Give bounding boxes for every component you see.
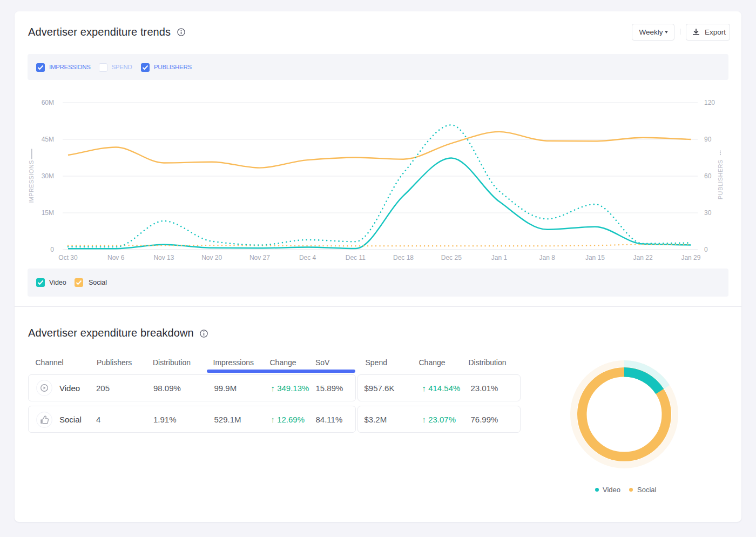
svg-text:PUBLISHERS: PUBLISHERS bbox=[717, 159, 724, 199]
svg-text:120: 120 bbox=[704, 99, 715, 106]
svg-text:Dec 25: Dec 25 bbox=[441, 254, 462, 261]
svg-text:Nov 20: Nov 20 bbox=[201, 254, 222, 261]
svg-text:Dec 4: Dec 4 bbox=[299, 254, 316, 261]
svg-text:Jan 29: Jan 29 bbox=[681, 254, 700, 261]
svg-text:Jan 8: Jan 8 bbox=[539, 254, 556, 261]
svg-text:30: 30 bbox=[704, 209, 712, 217]
svg-text:15M: 15M bbox=[42, 209, 54, 217]
svg-text:45M: 45M bbox=[42, 136, 54, 143]
svg-text:Dec 18: Dec 18 bbox=[393, 254, 414, 261]
svg-text:0: 0 bbox=[50, 246, 54, 253]
svg-text:Jan 15: Jan 15 bbox=[585, 254, 605, 261]
svg-text:Dec 11: Dec 11 bbox=[346, 254, 366, 261]
svg-text:Nov 27: Nov 27 bbox=[249, 254, 270, 261]
svg-text:Nov 6: Nov 6 bbox=[107, 254, 125, 261]
svg-text:Nov 13: Nov 13 bbox=[153, 254, 174, 261]
svg-text:Jan 1: Jan 1 bbox=[491, 254, 508, 261]
svg-text:30M: 30M bbox=[42, 172, 54, 180]
svg-text:Oct 30: Oct 30 bbox=[58, 254, 78, 261]
svg-text:60M: 60M bbox=[42, 99, 54, 106]
svg-text:60: 60 bbox=[704, 172, 712, 180]
svg-text:0: 0 bbox=[704, 246, 708, 253]
svg-text:90: 90 bbox=[704, 136, 712, 143]
svg-text:IMPRESSIONS: IMPRESSIONS bbox=[28, 160, 35, 204]
svg-text:Jan 22: Jan 22 bbox=[633, 254, 653, 261]
